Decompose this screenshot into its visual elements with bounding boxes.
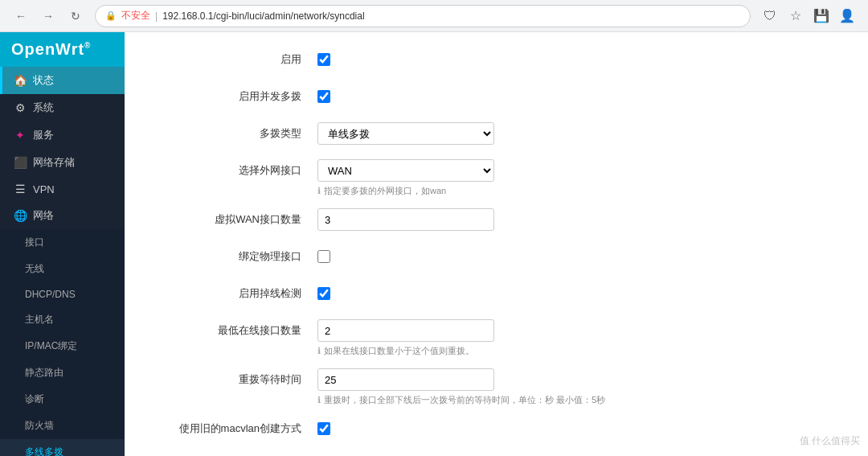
macvlan-checkbox[interactable] [317,422,330,435]
gear-icon: ⚙ [14,101,27,114]
sidebar-item-label: 系统 [33,101,54,115]
sidebar-item-storage[interactable]: ⬛ 网络存储 [0,149,125,176]
sidebar-sub-network: 接口 无线 DHCP/DNS 主机名 IP/MAC绑定 静态路由 诊断 防火墙 [0,229,125,456]
enable-multi-control [317,85,836,103]
redial-wait-control: 25 ℹ 重拨时，接口全部下线后一次拨号前的等待时间，单位：秒 最小值：5秒 [317,368,836,406]
sidebar-item-services[interactable]: ✦ 服务 [0,121,125,149]
form-row-wan: 选择外网接口 WAN ℹ 指定要多拨的外网接口，如wan [157,159,836,197]
sidebar-item-wifi[interactable]: 无线 [0,256,125,282]
sidebar-item-interface[interactable]: 接口 [0,229,125,256]
menu-icon: ☰ [14,183,27,195]
enable-multi-label: 启用并发多拨 [157,85,317,108]
redial-wait-hint: ℹ 重拨时，接口全部下线后一次拨号前的等待时间，单位：秒 最小值：5秒 [317,394,836,406]
virtual-wan-label: 虚拟WAN接口数量 [157,208,317,231]
enable-control [317,48,836,66]
virtual-wan-control: 3 [317,208,836,231]
sidebar-sub-label: 多线多拨 [25,446,63,456]
sidebar: OpenWrt® 🏠 状态 ⚙ 系统 ✦ 服务 ⬛ 网络存储 ☰ VPN 🌐 网… [0,32,125,456]
detect-checkbox[interactable] [317,287,330,300]
macvlan-control [317,417,836,435]
storage-icon: ⬛ [14,156,27,169]
form-row-enable: 启用 [157,48,836,74]
home-icon: 🏠 [14,74,27,87]
shield-icon[interactable]: 🛡 [759,5,781,27]
sidebar-item-hostname[interactable]: 主机名 [0,306,125,333]
info-icon2: ℹ [317,346,321,356]
sidebar-sub-label: 无线 [25,262,44,276]
multi-type-control: 单线多拨 多线多拨 [317,122,836,145]
sidebar-item-label: 网络 [33,208,54,223]
detect-control [317,282,836,300]
sidebar-sub-label: IP/MAC绑定 [25,339,77,353]
info-icon3: ℹ [317,395,321,405]
enable-multi-checkbox[interactable] [317,90,330,103]
sidebar-sub-label: 防火墙 [25,419,54,433]
form-row-detect: 启用掉线检测 [157,282,836,308]
redial-wait-label: 重拨等待时间 [157,368,317,391]
min-online-label: 最低在线接口数量 [157,319,317,342]
browser-bar: ← → ↻ 🔒 不安全 | 192.168.0.1/cgi-bin/luci/a… [0,0,868,32]
sidebar-sub-label: 接口 [25,236,44,249]
refresh-button[interactable]: ↻ [64,5,87,27]
sidebar-item-static-routes[interactable]: 静态路由 [0,359,125,386]
security-label: 不安全 [121,9,150,23]
wan-select[interactable]: WAN [317,159,494,182]
app-container: OpenWrt® 🏠 状态 ⚙ 系统 ✦ 服务 ⬛ 网络存储 ☰ VPN 🌐 网… [0,32,868,456]
forward-button[interactable]: → [37,5,59,27]
services-icon: ✦ [14,129,27,142]
logo: OpenWrt® [0,32,125,67]
profile-icon[interactable]: 👤 [836,5,858,27]
save-page-icon[interactable]: 💾 [810,5,833,27]
sidebar-item-multiwan[interactable]: 多线多拨 [0,439,125,456]
address-bar[interactable]: 🔒 不安全 | 192.168.0.1/cgi-bin/luci/admin/n… [95,5,751,27]
wan-label: 选择外网接口 [157,159,317,182]
back-button[interactable]: ← [10,5,32,27]
form-row-enable-multi: 启用并发多拨 [157,85,836,111]
info-icon: ℹ [317,186,321,196]
sidebar-item-label: 服务 [33,128,54,142]
sidebar-item-status[interactable]: 🏠 状态 [0,67,125,94]
sidebar-item-ipmac[interactable]: IP/MAC绑定 [0,333,125,359]
sidebar-item-dhcp[interactable]: DHCP/DNS [0,282,125,306]
network-icon: 🌐 [14,209,27,222]
sidebar-sub-label: 静态路由 [25,366,63,380]
form-row-min-online: 最低在线接口数量 2 ℹ 如果在线接口数量小于这个值则重拨。 [157,319,836,357]
sidebar-item-firewall[interactable]: 防火墙 [0,413,125,439]
multi-type-select[interactable]: 单线多拨 多线多拨 [317,122,494,145]
sidebar-sub-label: 诊断 [25,392,44,406]
min-online-control: 2 ℹ 如果在线接口数量小于这个值则重拨。 [317,319,836,357]
main-content: 启用 启用并发多拨 多拨类型 单线多拨 多线多拨 选择外网接口 [125,32,868,456]
enable-checkbox[interactable] [317,53,330,66]
virtual-wan-input[interactable]: 3 [317,208,494,231]
multi-type-label: 多拨类型 [157,122,317,145]
sidebar-item-label: 网络存储 [33,155,75,170]
url-text: 192.168.0.1/cgi-bin/luci/admin/network/s… [162,10,364,22]
sidebar-item-label: VPN [33,183,55,195]
sidebar-item-diagnostics[interactable]: 诊断 [0,386,125,413]
wan-hint: ℹ 指定要多拨的外网接口，如wan [317,185,836,197]
nav-buttons: ← → ↻ [10,5,87,27]
sidebar-item-system[interactable]: ⚙ 系统 [0,94,125,121]
detect-label: 启用掉线检测 [157,282,317,305]
sidebar-sub-label: 主机名 [25,313,54,327]
min-online-input[interactable]: 2 [317,319,494,342]
form-row-bind-phys: 绑定物理接口 [157,245,836,271]
redial-wait-input[interactable]: 25 [317,368,494,391]
sidebar-item-network[interactable]: 🌐 网络 [0,202,125,229]
browser-actions: 🛡 ☆ 💾 👤 [759,5,858,27]
sidebar-item-label: 状态 [33,73,54,88]
sidebar-sub-label: DHCP/DNS [25,289,76,300]
bind-phys-checkbox[interactable] [317,250,330,263]
form-row-redial-wait: 重拨等待时间 25 ℹ 重拨时，接口全部下线后一次拨号前的等待时间，单位：秒 最… [157,368,836,406]
wan-control: WAN ℹ 指定要多拨的外网接口，如wan [317,159,836,197]
macvlan-label: 使用旧的macvlan创建方式 [157,417,317,440]
lock-icon: 🔒 [105,10,117,21]
bind-phys-label: 绑定物理接口 [157,245,317,268]
bind-phys-control [317,245,836,263]
sidebar-item-vpn[interactable]: ☰ VPN [0,176,125,202]
form-row-virtual-wan: 虚拟WAN接口数量 3 [157,208,836,234]
star-icon[interactable]: ☆ [784,5,807,27]
min-online-hint: ℹ 如果在线接口数量小于这个值则重拨。 [317,345,836,357]
form-row-macvlan: 使用旧的macvlan创建方式 [157,417,836,443]
form-row-multi-type: 多拨类型 单线多拨 多线多拨 [157,122,836,148]
